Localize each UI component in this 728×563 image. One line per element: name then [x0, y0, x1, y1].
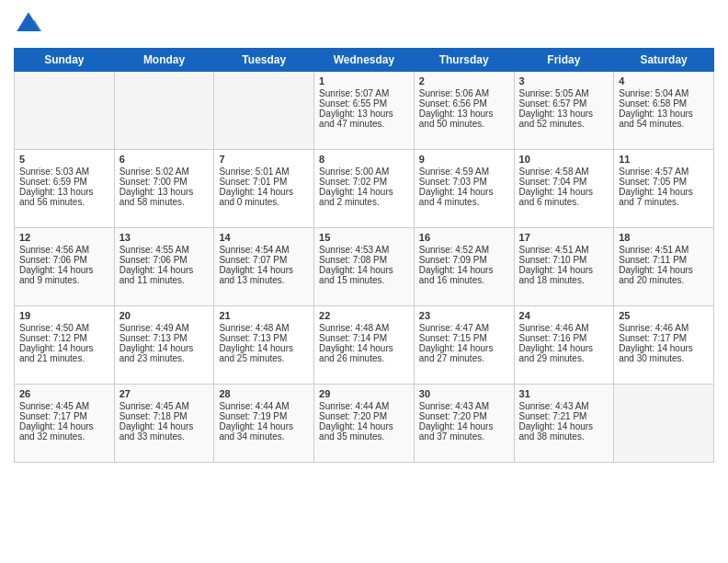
sunset-text: Sunset: 7:20 PM [319, 411, 409, 421]
day-number: 27 [119, 388, 210, 399]
day-number: 20 [119, 310, 210, 321]
daylight-text: Daylight: 14 hours and 6 minutes. [519, 187, 609, 207]
daylight-text: Daylight: 14 hours and 16 minutes. [419, 265, 509, 285]
day-number: 19 [19, 310, 109, 321]
day-number: 8 [319, 154, 409, 165]
day-number: 31 [519, 388, 609, 399]
sunrise-text: Sunrise: 5:03 AM [19, 167, 109, 177]
sunrise-text: Sunrise: 5:06 AM [419, 88, 509, 98]
day-cell: 12Sunrise: 4:56 AMSunset: 7:06 PMDayligh… [15, 228, 115, 306]
daylight-text: Daylight: 13 hours and 47 minutes. [319, 109, 409, 129]
daylight-text: Daylight: 14 hours and 0 minutes. [219, 187, 309, 207]
daylight-text: Daylight: 13 hours and 52 minutes. [519, 109, 609, 129]
day-header-monday: Monday [114, 49, 214, 72]
day-number: 18 [619, 232, 709, 243]
sunrise-text: Sunrise: 5:02 AM [119, 167, 210, 177]
day-number: 21 [219, 310, 309, 321]
day-cell: 9Sunrise: 4:59 AMSunset: 7:03 PMDaylight… [414, 150, 514, 228]
sunset-text: Sunset: 7:19 PM [219, 411, 309, 421]
day-number: 11 [619, 154, 709, 165]
day-number: 23 [419, 310, 509, 321]
calendar-page: SundayMondayTuesdayWednesdayThursdayFrid… [0, 0, 728, 477]
day-number: 5 [19, 154, 109, 165]
day-number: 10 [519, 154, 609, 165]
sunrise-text: Sunrise: 4:59 AM [419, 167, 509, 177]
sunrise-text: Sunrise: 5:04 AM [619, 88, 709, 98]
day-cell: 3Sunrise: 5:05 AMSunset: 6:57 PMDaylight… [514, 72, 614, 150]
daylight-text: Daylight: 14 hours and 18 minutes. [519, 265, 609, 285]
day-cell: 21Sunrise: 4:48 AMSunset: 7:13 PMDayligh… [214, 306, 314, 385]
day-cell: 20Sunrise: 4:49 AMSunset: 7:13 PMDayligh… [114, 306, 214, 385]
day-cell: 1Sunrise: 5:07 AMSunset: 6:55 PMDaylight… [314, 72, 415, 150]
day-number: 15 [319, 232, 409, 243]
daylight-text: Daylight: 14 hours and 30 minutes. [619, 343, 709, 363]
daylight-text: Daylight: 14 hours and 23 minutes. [119, 343, 210, 363]
day-cell: 22Sunrise: 4:48 AMSunset: 7:14 PMDayligh… [314, 306, 415, 385]
logo-icon [14, 9, 43, 39]
day-number: 6 [119, 154, 210, 165]
daylight-text: Daylight: 14 hours and 21 minutes. [19, 343, 109, 363]
daylight-text: Daylight: 14 hours and 27 minutes. [419, 343, 509, 363]
sunrise-text: Sunrise: 4:46 AM [519, 323, 609, 333]
sunrise-text: Sunrise: 5:00 AM [319, 167, 409, 177]
day-number: 17 [519, 232, 609, 243]
sunset-text: Sunset: 7:07 PM [219, 255, 309, 265]
day-number: 16 [419, 232, 509, 243]
daylight-text: Daylight: 14 hours and 35 minutes. [319, 421, 409, 442]
day-number: 26 [19, 388, 109, 399]
day-cell: 4Sunrise: 5:04 AMSunset: 6:58 PMDaylight… [614, 72, 714, 150]
day-number: 3 [519, 75, 609, 86]
sunrise-text: Sunrise: 4:49 AM [119, 323, 210, 333]
day-header-thursday: Thursday [414, 49, 514, 72]
day-cell: 7Sunrise: 5:01 AMSunset: 7:01 PMDaylight… [214, 150, 314, 228]
calendar-table: SundayMondayTuesdayWednesdayThursdayFrid… [14, 48, 714, 463]
sunrise-text: Sunrise: 4:45 AM [119, 401, 210, 411]
day-cell [214, 72, 314, 150]
day-number: 4 [619, 75, 709, 86]
daylight-text: Daylight: 14 hours and 37 minutes. [419, 421, 509, 442]
day-number: 2 [419, 75, 509, 86]
daylight-text: Daylight: 14 hours and 26 minutes. [319, 343, 409, 363]
logo [14, 9, 47, 39]
day-cell: 29Sunrise: 4:44 AMSunset: 7:20 PMDayligh… [314, 385, 415, 463]
day-cell: 25Sunrise: 4:46 AMSunset: 7:17 PMDayligh… [614, 306, 714, 385]
day-number: 13 [119, 232, 210, 243]
sunset-text: Sunset: 6:57 PM [519, 98, 609, 109]
day-number: 12 [19, 232, 109, 243]
week-row-4: 19Sunrise: 4:50 AMSunset: 7:12 PMDayligh… [15, 306, 714, 385]
sunrise-text: Sunrise: 5:07 AM [319, 88, 409, 98]
day-cell: 10Sunrise: 4:58 AMSunset: 7:04 PMDayligh… [514, 150, 614, 228]
day-cell: 31Sunrise: 4:43 AMSunset: 7:21 PMDayligh… [514, 385, 614, 463]
day-cell: 28Sunrise: 4:44 AMSunset: 7:19 PMDayligh… [214, 385, 314, 463]
day-cell: 27Sunrise: 4:45 AMSunset: 7:18 PMDayligh… [114, 385, 214, 463]
day-cell: 14Sunrise: 4:54 AMSunset: 7:07 PMDayligh… [214, 228, 314, 306]
day-cell: 2Sunrise: 5:06 AMSunset: 6:56 PMDaylight… [414, 72, 514, 150]
day-cell: 11Sunrise: 4:57 AMSunset: 7:05 PMDayligh… [614, 150, 714, 228]
sunrise-text: Sunrise: 4:56 AM [19, 245, 109, 255]
day-cell: 13Sunrise: 4:55 AMSunset: 7:06 PMDayligh… [114, 228, 214, 306]
sunset-text: Sunset: 7:03 PM [419, 177, 509, 187]
daylight-text: Daylight: 14 hours and 25 minutes. [219, 343, 309, 363]
week-row-3: 12Sunrise: 4:56 AMSunset: 7:06 PMDayligh… [15, 228, 714, 306]
day-cell: 23Sunrise: 4:47 AMSunset: 7:15 PMDayligh… [414, 306, 514, 385]
daylight-text: Daylight: 14 hours and 33 minutes. [119, 421, 210, 442]
day-number: 1 [319, 75, 409, 86]
daylight-text: Daylight: 14 hours and 29 minutes. [519, 343, 609, 363]
sunset-text: Sunset: 7:00 PM [119, 177, 210, 187]
daylight-text: Daylight: 14 hours and 34 minutes. [219, 421, 309, 442]
week-row-2: 5Sunrise: 5:03 AMSunset: 6:59 PMDaylight… [15, 150, 714, 228]
sunrise-text: Sunrise: 4:48 AM [319, 323, 409, 333]
sunrise-text: Sunrise: 4:54 AM [219, 245, 309, 255]
sunrise-text: Sunrise: 5:05 AM [519, 88, 609, 98]
sunrise-text: Sunrise: 4:46 AM [619, 323, 709, 333]
sunrise-text: Sunrise: 4:52 AM [419, 245, 509, 255]
daylight-text: Daylight: 14 hours and 13 minutes. [219, 265, 309, 285]
day-cell [114, 72, 214, 150]
day-number: 30 [419, 388, 509, 399]
day-cell: 30Sunrise: 4:43 AMSunset: 7:20 PMDayligh… [414, 385, 514, 463]
sunrise-text: Sunrise: 4:45 AM [19, 401, 109, 411]
sunset-text: Sunset: 6:55 PM [319, 98, 409, 109]
sunset-text: Sunset: 7:18 PM [119, 411, 210, 421]
sunset-text: Sunset: 7:12 PM [19, 333, 109, 343]
daylight-text: Daylight: 14 hours and 2 minutes. [319, 187, 409, 207]
